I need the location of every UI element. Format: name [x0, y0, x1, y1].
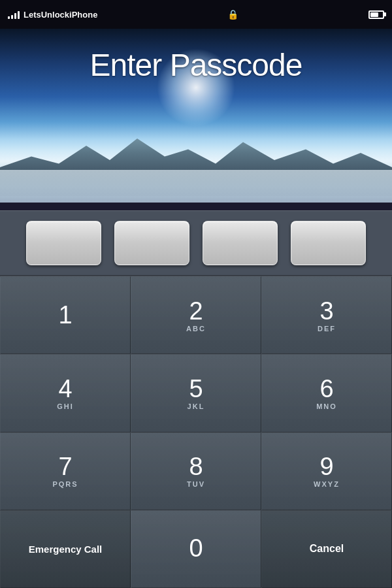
- key-2-letters: ABC: [186, 325, 206, 333]
- key-3[interactable]: 3 DEF: [261, 276, 392, 354]
- signal-bar-3: [14, 13, 16, 19]
- main-content: Enter Passcode 1 2 ABC 3 DEF 4 GHI 5 JKL: [0, 29, 392, 588]
- signal-bar-4: [18, 11, 20, 19]
- key-8[interactable]: 8 TUV: [131, 433, 261, 510]
- status-right: [368, 10, 384, 19]
- key-1[interactable]: 1: [0, 276, 131, 354]
- carrier-label: LetsUnlockiPhone: [24, 10, 97, 20]
- key-7-number: 7: [58, 454, 72, 479]
- signal-bars-icon: [8, 10, 20, 19]
- emergency-call-button[interactable]: Emergency Call: [0, 510, 131, 588]
- key-5-number: 5: [189, 376, 203, 401]
- key-5[interactable]: 5 JKL: [131, 354, 261, 432]
- passcode-box-1: [26, 221, 101, 265]
- cancel-label: Cancel: [310, 542, 344, 556]
- key-4[interactable]: 4 GHI: [0, 354, 131, 432]
- title-area: Enter Passcode: [0, 29, 392, 101]
- key-7-letters: PQRS: [52, 480, 78, 488]
- key-1-number: 1: [58, 302, 72, 327]
- key-6[interactable]: 6 MNO: [261, 354, 392, 432]
- key-8-letters: TUV: [187, 480, 205, 488]
- page-title: Enter Passcode: [90, 47, 302, 83]
- lock-icon: 🔒: [227, 9, 238, 20]
- status-bar: LetsUnlockiPhone 🔒: [0, 0, 392, 29]
- key-3-number: 3: [319, 299, 333, 323]
- key-4-number: 4: [58, 376, 72, 401]
- key-2-number: 2: [189, 299, 203, 323]
- key-5-letters: JKL: [188, 402, 205, 410]
- cancel-button[interactable]: Cancel: [261, 510, 392, 588]
- passcode-box-3: [203, 221, 278, 265]
- signal-bar-2: [11, 15, 13, 19]
- signal-bar-1: [8, 16, 10, 19]
- key-2[interactable]: 2 ABC: [131, 276, 261, 354]
- key-7[interactable]: 7 PQRS: [0, 433, 131, 510]
- wallpaper-area: [0, 101, 392, 210]
- key-9-letters: WXYZ: [314, 480, 340, 488]
- key-8-number: 8: [189, 454, 203, 479]
- passcode-box-4: [291, 221, 366, 265]
- battery-fill: [370, 12, 378, 17]
- emergency-call-label: Emergency Call: [29, 543, 103, 556]
- passcode-box-2: [114, 221, 189, 265]
- battery-icon: [368, 10, 384, 19]
- key-4-letters: GHI: [57, 402, 74, 410]
- key-6-letters: MNO: [316, 402, 337, 410]
- key-6-number: 6: [319, 376, 333, 401]
- key-3-letters: DEF: [318, 325, 336, 333]
- key-9[interactable]: 9 WXYZ: [261, 433, 392, 510]
- key-0[interactable]: 0: [131, 510, 261, 588]
- status-left: LetsUnlockiPhone: [8, 10, 97, 20]
- key-9-number: 9: [319, 454, 333, 479]
- passcode-area: [0, 210, 392, 276]
- key-0-number: 0: [189, 536, 203, 561]
- keypad: 1 2 ABC 3 DEF 4 GHI 5 JKL 6 MNO 7 PQRS 8: [0, 276, 392, 588]
